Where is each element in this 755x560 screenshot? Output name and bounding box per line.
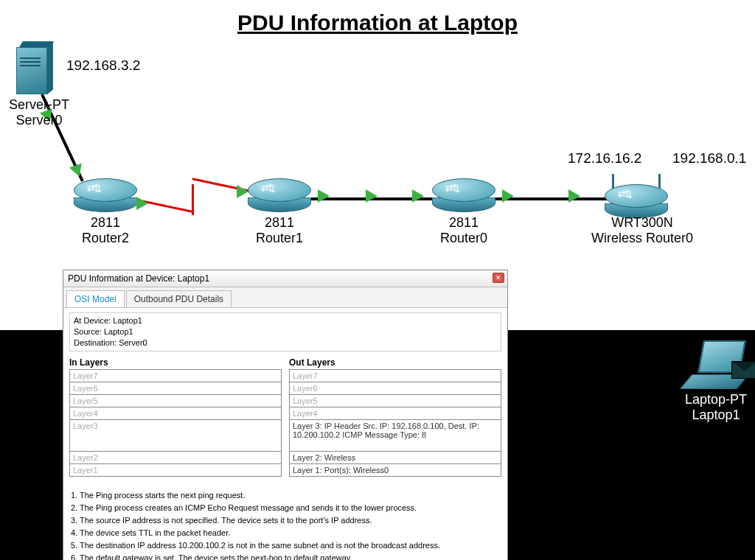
page-title: PDU Information at Laptop <box>0 10 755 35</box>
close-icon[interactable]: ✕ <box>493 273 504 283</box>
wireless-router-icon[interactable]: ⇄⇅ <box>605 175 668 218</box>
wr-ip-left: 172.16.16.2 <box>568 150 641 167</box>
router0-label: 2811Router0 <box>429 215 498 246</box>
out-layer7[interactable]: Layer7 <box>289 369 501 382</box>
pdu-window-title: PDU Information at Device: Laptop1 <box>68 273 209 284</box>
laptop-label: Laptop-PTLaptop1 <box>668 392 755 423</box>
in-layers: In Layers Layer7 Layer6 Layer5 Layer4 La… <box>69 356 282 476</box>
out-layer4[interactable]: Layer4 <box>289 407 501 420</box>
pdu-dialog: PDU Information at Device: Laptop1 ✕ OSI… <box>63 270 508 560</box>
router0-icon[interactable]: ⇄⇅ <box>432 178 495 212</box>
router2-icon[interactable]: ⇄⇅ <box>74 178 137 212</box>
in-layer2[interactable]: Layer2 <box>69 451 282 464</box>
laptop-icon[interactable] <box>686 340 752 389</box>
in-layer6[interactable]: Layer6 <box>69 382 282 395</box>
in-layer1[interactable]: Layer1 <box>69 463 282 477</box>
tab-outbound-pdu[interactable]: Outbound PDU Details <box>126 290 232 307</box>
server-label: Server-PTServer0 <box>0 97 83 128</box>
out-layer2[interactable]: Layer 2: Wireless <box>289 451 501 464</box>
pdu-titlebar[interactable]: PDU Information at Device: Laptop1 ✕ <box>63 270 507 287</box>
in-layer7[interactable]: Layer7 <box>69 369 282 382</box>
out-layer5[interactable]: Layer5 <box>289 394 501 407</box>
router1-label: 2811Router1 <box>245 215 314 246</box>
in-layer3[interactable]: Layer3 <box>69 419 282 452</box>
envelope-icon <box>731 361 755 379</box>
pdu-steps: 1. The Ping process starts the next ping… <box>63 483 507 560</box>
out-layer3[interactable]: Layer 3: IP Header Src. IP: 192.168.0.10… <box>289 419 501 452</box>
server-ip: 192.168.3.2 <box>66 57 140 74</box>
in-layer5[interactable]: Layer5 <box>69 394 282 407</box>
wr-ip-right: 192.168.0.1 <box>672 150 746 167</box>
router1-icon[interactable]: ⇄⇅ <box>248 178 311 212</box>
pdu-info: At Device: Laptop1 Source: Laptop1 Desti… <box>69 312 501 351</box>
out-layer6[interactable]: Layer6 <box>289 382 501 395</box>
server-icon[interactable] <box>16 41 53 94</box>
wireless-router-label: WRT300NWireless Router0 <box>580 215 705 246</box>
tab-osi-model[interactable]: OSI Model <box>66 290 125 307</box>
in-layer4[interactable]: Layer4 <box>69 407 282 420</box>
out-layer1[interactable]: Layer 1: Port(s): Wireless0 <box>289 463 501 477</box>
out-layers: Out Layers Layer7 Layer6 Layer5 Layer4 L… <box>289 356 501 476</box>
router2-label: 2811Router2 <box>71 215 140 246</box>
